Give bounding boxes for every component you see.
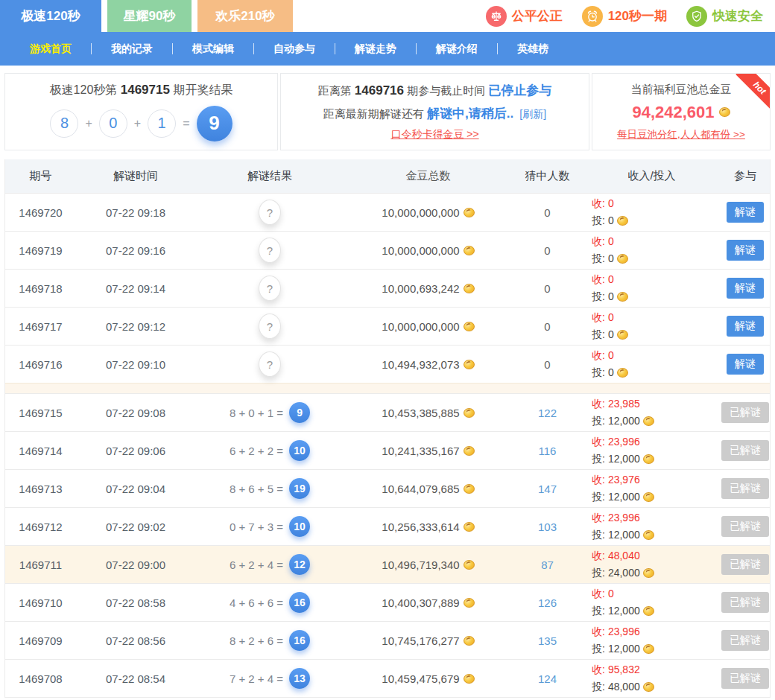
action-cell: 已解谜: [721, 554, 770, 575]
coin-icon: [464, 408, 475, 418]
income-line: 收: 23,996: [592, 510, 640, 526]
issue-cell: 1469710: [5, 596, 76, 609]
nav-item-intro[interactable]: 解谜介绍: [417, 42, 497, 56]
invest-value: 0: [608, 365, 614, 381]
action-cell: 解谜: [721, 278, 770, 299]
header-time: 解谜时间: [76, 169, 195, 183]
invest-line: 投: 12,000: [592, 641, 654, 657]
winners-count[interactable]: 147: [538, 483, 557, 495]
solved-button: 已解谜: [721, 402, 769, 423]
solve-button[interactable]: 解谜: [727, 316, 764, 337]
result-cell: 6 + 2 + 2 =10: [195, 440, 344, 461]
winners-count[interactable]: 87: [541, 559, 554, 571]
pending-question-icon: ?: [259, 276, 281, 301]
invest-value: 48,000: [608, 679, 640, 695]
income-line: 收: 0: [592, 272, 614, 287]
pending-question-icon: ?: [259, 200, 281, 225]
solve-button[interactable]: 解谜: [727, 202, 764, 223]
nav-item-my-records[interactable]: 我的记录: [92, 42, 172, 56]
nav-item-trend[interactable]: 解谜走势: [335, 42, 416, 56]
winners-count[interactable]: 122: [538, 407, 557, 419]
issue-cell: 1469716: [5, 358, 76, 371]
issue-cell: 1469713: [5, 483, 76, 495]
income-line: 收: 0: [592, 586, 614, 602]
pool-title: 当前福利豆池总金豆: [631, 83, 732, 97]
nav-item-mode-edit[interactable]: 模式编辑: [173, 42, 253, 56]
plus-sign: +: [134, 117, 141, 130]
password-card-promo-link[interactable]: 口令秒卡得金豆 >>: [390, 128, 478, 141]
tab-star-90s[interactable]: 星耀90秒: [107, 0, 192, 32]
income-label: 收:: [592, 662, 605, 678]
invest-line: 投: 0: [592, 289, 628, 305]
nav-item-auto-join[interactable]: 自动参与: [254, 42, 335, 56]
time-cell: 07-22 09:16: [76, 244, 195, 257]
latest-draw-panel: 极速120秒第 1469715 期开奖结果 8 + 0 + 1 = 9: [4, 73, 278, 150]
coin-icon: [464, 522, 475, 532]
invest-label: 投:: [592, 565, 605, 581]
tab-speed-120s[interactable]: 极速120秒: [0, 0, 101, 32]
dividend-link[interactable]: 每日豆池分红,人人都有份 >>: [617, 128, 745, 141]
solve-button[interactable]: 解谜: [727, 354, 764, 375]
winners-count[interactable]: 126: [538, 596, 557, 609]
result-formula: 8 + 6 + 5 =: [230, 483, 283, 495]
time-cell: 07-22 09:08: [76, 407, 195, 419]
solved-button: 已解谜: [721, 478, 769, 499]
action-cell: 解谜: [721, 316, 770, 337]
bean-pool-panel: 当前福利豆池总金豆 94,242,601 每日豆池分红,人人都有份 >> hot: [592, 73, 771, 150]
solve-button[interactable]: 解谜: [727, 278, 764, 299]
invest-label: 投:: [592, 489, 605, 505]
coin-icon: [464, 598, 475, 608]
winners-count[interactable]: 135: [538, 634, 557, 647]
income-value: 0: [608, 272, 614, 287]
income-line: 收: 95,832: [592, 662, 640, 678]
pool-amount-value: 94,242,601: [632, 103, 714, 122]
coin-icon: [643, 530, 654, 540]
scales-icon: [486, 6, 507, 27]
solve-button[interactable]: 解谜: [727, 240, 764, 261]
invest-line: 投: 12,000: [592, 527, 654, 543]
invest-label: 投:: [592, 641, 605, 657]
winners-count[interactable]: 124: [538, 672, 557, 685]
result-circle: 9: [289, 402, 310, 423]
winners-cell: 116: [512, 445, 583, 457]
draw-result-circle: 9: [197, 106, 232, 141]
nav-item-hero-rank[interactable]: 英雄榜: [498, 42, 568, 56]
table-header: 期号 解谜时间 解谜结果 金豆总数 猜中人数 收入/投入 参与: [5, 159, 770, 193]
total-beans-value: 10,241,335,167: [382, 445, 459, 457]
invest-label: 投:: [592, 603, 605, 619]
income-invest-cell: 收: 95,832 投: 48,000: [583, 662, 721, 695]
time-cell: 07-22 09:12: [76, 320, 195, 333]
winners-count[interactable]: 116: [539, 445, 557, 457]
table-body: 1469720 07-22 09:18 ? 10,000,000,000 0 收…: [5, 193, 770, 697]
action-cell: 已解谜: [721, 478, 770, 499]
hot-ribbon: hot: [736, 73, 771, 112]
winners-count[interactable]: 103: [538, 521, 557, 533]
coin-icon: [617, 330, 628, 340]
result-cell: 7 + 2 + 4 =13: [195, 668, 344, 689]
header-result: 解谜结果: [195, 169, 344, 183]
draw-title-prefix: 极速120秒第: [50, 83, 118, 96]
income-label: 收:: [592, 348, 605, 363]
result-formula: 4 + 6 + 6 =: [230, 596, 283, 609]
winners-cell: 126: [512, 596, 583, 609]
draw-title-suffix: 期开奖结果: [173, 83, 232, 96]
invest-label: 投:: [592, 527, 605, 543]
invest-label: 投:: [592, 679, 605, 695]
income-label: 收:: [592, 196, 605, 211]
solved-button: 已解谜: [721, 440, 769, 461]
invest-value: 12,000: [608, 641, 640, 657]
income-label: 收:: [592, 310, 605, 325]
total-beans-value: 10,496,719,340: [382, 559, 459, 571]
income-value: 0: [608, 196, 614, 211]
result-circle: 16: [289, 630, 310, 651]
winners-cell: 122: [512, 407, 583, 419]
solving-status: 解谜中,请稍后..: [427, 106, 513, 121]
result-cell: ?: [195, 276, 344, 301]
income-label: 收:: [592, 434, 605, 450]
refresh-link[interactable]: [刷新]: [519, 108, 546, 120]
nav-item-home[interactable]: 游戏首页: [10, 42, 91, 56]
coin-icon: [643, 416, 654, 426]
draw-numbers: 8 + 0 + 1 = 9: [50, 106, 232, 141]
tab-happy-210s[interactable]: 欢乐210秒: [197, 0, 293, 32]
coin-icon: [643, 606, 654, 616]
